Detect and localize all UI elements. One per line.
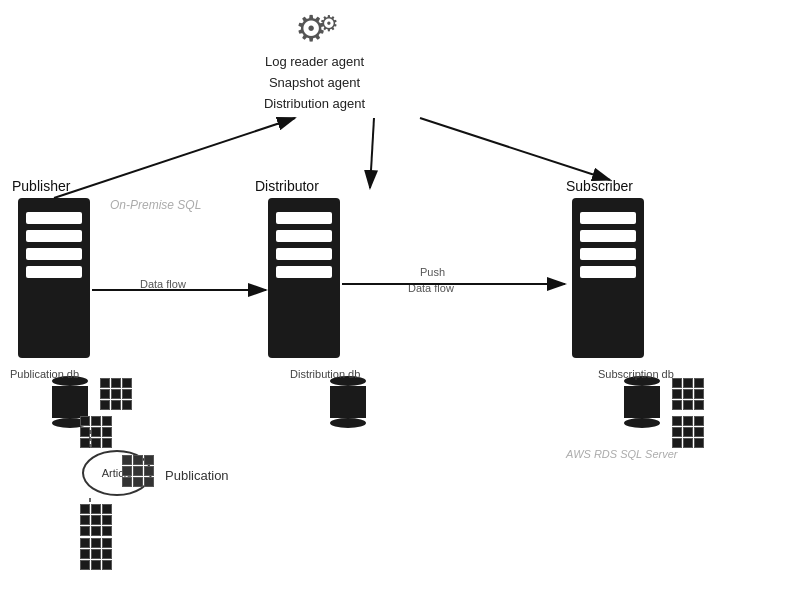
publisher-server: [18, 198, 90, 358]
grid-icon-sub2: [672, 416, 704, 448]
gear-icon: ⚙︎⚙: [295, 8, 347, 50]
diagram-container: ⚙︎⚙ Log reader agent Snapshot agent Dist…: [0, 0, 807, 603]
distribution-agent-label: Distribution agent: [237, 94, 392, 115]
grid-icon-article: [122, 455, 154, 487]
publication-label: Publication: [165, 468, 229, 483]
subscription-db-label: Subscription db: [598, 368, 674, 380]
data-flow-right-label: Data flow: [408, 282, 454, 294]
aws-rds-label: AWS RDS SQL Server: [566, 448, 677, 460]
distributor-label: Distributor: [255, 178, 319, 194]
distribution-db-label: Distribution db: [290, 368, 360, 380]
grid-icon-pub3: [80, 504, 112, 536]
publisher-label: Publisher: [12, 178, 70, 194]
distributor-server: [268, 198, 340, 358]
subscription-db: [624, 376, 660, 428]
distribution-db: [330, 376, 366, 428]
publication-db-label: Publication db: [10, 368, 79, 380]
arrows-svg: [0, 0, 807, 603]
push-label: Push: [420, 266, 445, 278]
grid-icon-sub1: [672, 378, 704, 410]
grid-icon-pub4: [80, 538, 112, 570]
subscriber-label: Subscriber: [566, 178, 633, 194]
subscriber-server: [572, 198, 644, 358]
data-flow-left-label: Data flow: [140, 278, 186, 290]
grid-icon-pub2: [80, 416, 112, 448]
on-premise-label: On-Premise SQL: [110, 198, 201, 212]
svg-line-3: [370, 118, 374, 188]
snapshot-agent-label: Snapshot agent: [237, 73, 392, 94]
log-reader-agent-label: Log reader agent: [237, 52, 392, 73]
svg-line-4: [420, 118, 610, 180]
agent-labels: Log reader agent Snapshot agent Distribu…: [237, 52, 392, 114]
grid-icon-pub1: [100, 378, 132, 410]
